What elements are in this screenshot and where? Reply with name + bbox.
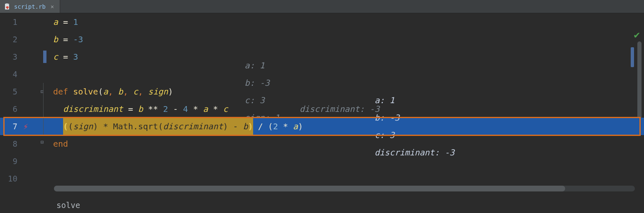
gutter: 2	[0, 31, 43, 48]
line-number: 1	[0, 13, 20, 31]
code-line[interactable]: 2 b = -3	[0, 31, 644, 48]
ruby-file-icon	[4, 3, 11, 10]
close-icon[interactable]: ×	[51, 3, 54, 10]
tab-script-rb[interactable]: script.rb ×	[0, 0, 60, 13]
editor: ✔ 1 a = 1 2 b = -3	[0, 13, 644, 213]
code-line[interactable]: 3 c = 3	[0, 48, 644, 65]
line-number: 3	[0, 48, 20, 65]
line-number: 2	[0, 31, 20, 48]
tab-bar: script.rb ×	[0, 0, 644, 13]
line-number: 5	[0, 83, 20, 100]
line-number: 4	[0, 65, 20, 83]
line-number: 6	[0, 100, 20, 118]
line-number: 8	[0, 135, 20, 152]
horizontal-scrollbar-thumb[interactable]	[54, 186, 565, 191]
tab-filename: script.rb	[14, 3, 46, 10]
code-area[interactable]: ✔ 1 a = 1 2 b = -3	[0, 13, 644, 213]
breadcrumb[interactable]: solve	[0, 197, 644, 213]
code-line[interactable]: 1 a = 1	[0, 13, 644, 31]
line-number: 9	[0, 152, 20, 170]
gutter: 1	[0, 13, 43, 31]
execution-point-icon[interactable]: ⚡	[23, 118, 28, 135]
line-number: 10	[0, 170, 20, 187]
breadcrumb-item[interactable]: solve	[56, 201, 80, 210]
gutter: 3	[0, 48, 43, 65]
inline-values: a: 1 b: -3 c: 3 discriminant: -3	[315, 74, 462, 179]
horizontal-scrollbar[interactable]	[54, 186, 635, 191]
line-number: 7	[0, 118, 20, 135]
code-line-execution-point[interactable]: 7 ⚡ ((sign) * Math.sqrt(discriminant) - …	[0, 118, 644, 135]
